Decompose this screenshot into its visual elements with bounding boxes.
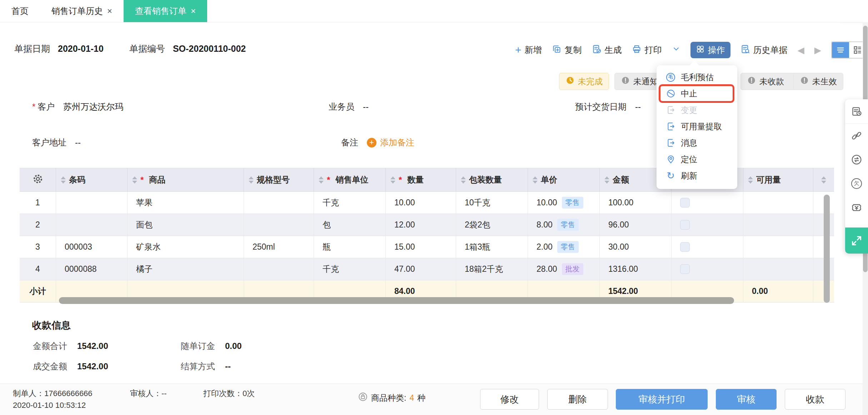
cell-checkbox xyxy=(672,214,743,236)
payment-deposit: 随单订金 0.00 xyxy=(181,340,242,352)
column-settings-header[interactable] xyxy=(20,168,56,191)
header-label: 可用量 xyxy=(756,174,781,185)
sort-icon[interactable] xyxy=(249,176,254,184)
generate-button[interactable]: 生成 xyxy=(592,44,622,56)
cell-row-number: 1 xyxy=(20,192,56,214)
header-product[interactable]: * 商品 xyxy=(128,168,244,191)
right-tool-panel: 欠 xyxy=(845,99,868,254)
menu-item-refresh[interactable]: ↻ 刷新 xyxy=(657,168,737,184)
row-checkbox[interactable] xyxy=(680,242,690,252)
header-partial-column[interactable] xyxy=(813,168,834,191)
link-icon[interactable] xyxy=(845,124,868,148)
gear-icon[interactable] xyxy=(33,174,43,186)
cell-barcode: 0000088 xyxy=(56,258,128,280)
customer-address-value[interactable]: -- xyxy=(75,138,81,148)
sort-icon[interactable] xyxy=(390,176,395,184)
sort-icon[interactable] xyxy=(132,176,137,184)
edit-button[interactable]: 修改 xyxy=(480,389,539,410)
sort-icon[interactable] xyxy=(461,176,466,184)
salesman-value[interactable]: -- xyxy=(363,102,369,112)
customer-address-label: 客户地址 xyxy=(32,137,66,148)
header-barcode[interactable]: 条码 xyxy=(56,168,128,191)
price-value: 8.00 xyxy=(537,220,553,230)
header-sales-unit[interactable]: * 销售单位 xyxy=(314,168,386,191)
payment-deal-value: 1542.00 xyxy=(77,361,108,371)
sort-icon[interactable] xyxy=(748,176,753,184)
menu-item-label: 变更 xyxy=(681,105,697,116)
doc-log-icon[interactable] xyxy=(845,99,868,124)
action-button[interactable]: 操作 xyxy=(690,42,730,58)
tab-history-label: 销售订单历史 xyxy=(51,5,103,17)
debt-icon[interactable]: 欠 xyxy=(845,171,868,195)
print-dropdown-chevron-icon[interactable] xyxy=(672,45,680,55)
menu-item-locate[interactable]: 定位 xyxy=(657,151,737,168)
price-type-tag[interactable]: 批发 xyxy=(562,263,583,275)
cell-spec: 250ml xyxy=(244,236,314,258)
table-vertical-scrollbar[interactable] xyxy=(824,195,830,303)
row-checkbox[interactable] xyxy=(680,264,690,274)
table-row[interactable]: 1 苹果 千克 10.00 10千克 10.00 零售 100.00 xyxy=(20,192,834,214)
menu-item-abort[interactable]: 中止 xyxy=(657,85,737,102)
header-quantity[interactable]: * 数量 xyxy=(386,168,456,191)
menu-item-change: 变更 xyxy=(657,102,737,118)
add-remark-label: 添加备注 xyxy=(380,137,414,148)
row-checkbox[interactable] xyxy=(680,220,690,230)
sort-icon[interactable] xyxy=(319,176,324,184)
price-type-tag[interactable]: 零售 xyxy=(557,219,579,231)
menu-item-available-extract[interactable]: 可用量提取 xyxy=(657,118,737,135)
sort-icon[interactable] xyxy=(533,176,538,184)
audit-and-print-button[interactable]: 审核并打印 xyxy=(616,389,708,410)
table-row[interactable]: 3 000003 矿泉水 250ml 瓶 15.00 1箱3瓶 2.00 零售 … xyxy=(20,236,834,258)
sort-icon[interactable] xyxy=(821,176,826,184)
cell-row-number: 2 xyxy=(20,214,56,236)
required-mark: * xyxy=(32,102,35,112)
prev-record-icon[interactable]: ◀ xyxy=(798,45,804,55)
coupon-icon[interactable] xyxy=(845,195,868,219)
status-badge-unfinished: 未完成 xyxy=(559,73,609,90)
menu-item-profit-estimate[interactable]: 毛 毛利预估 xyxy=(657,69,737,85)
tab-sales-order-history[interactable]: 销售订单历史 × xyxy=(40,0,124,22)
add-button[interactable]: + 新增 xyxy=(515,44,542,56)
horizontal-scrollbar[interactable] xyxy=(59,297,734,304)
profit-circle-icon: 毛 xyxy=(666,72,675,82)
expected-delivery-value[interactable]: -- xyxy=(635,102,641,112)
receive-payment-button[interactable]: 收款 xyxy=(785,389,845,410)
add-remark-button[interactable]: + 添加备注 xyxy=(367,137,414,148)
list-view-toggle-icon[interactable] xyxy=(832,42,849,58)
copy-button[interactable]: 复制 xyxy=(552,44,582,56)
close-icon[interactable]: × xyxy=(191,6,196,16)
view-toggle xyxy=(831,41,867,59)
expand-icon[interactable] xyxy=(845,228,868,254)
close-icon[interactable]: × xyxy=(107,6,112,16)
cell-product: 橘子 xyxy=(128,258,244,280)
header-pack-quantity[interactable]: 包装数量 xyxy=(456,168,528,191)
cell-available xyxy=(743,258,813,280)
header-label: 销售单位 xyxy=(335,174,368,185)
action-dropdown-menu: 毛 毛利预估 中止 变更 可用量提取 消息 定位 ↻ 刷新 xyxy=(657,65,737,189)
plus-icon: + xyxy=(515,45,522,55)
delete-button[interactable]: 删除 xyxy=(547,389,608,410)
tab-bar: 首页 销售订单历史 × 查看销售订单 × xyxy=(0,0,868,22)
audit-button[interactable]: 审核 xyxy=(716,389,777,410)
row-checkbox[interactable] xyxy=(680,198,690,208)
sort-icon[interactable] xyxy=(61,176,66,184)
print-button[interactable]: 打印 xyxy=(632,44,662,56)
table-row[interactable]: 4 0000088 橘子 千克 47.00 18箱2千克 28.00 批发 13… xyxy=(20,258,834,280)
menu-item-message[interactable]: 消息 xyxy=(657,135,737,151)
add-button-label: 新增 xyxy=(525,44,542,56)
header-unit-price[interactable]: 单价 xyxy=(528,168,600,191)
next-record-icon[interactable]: ▶ xyxy=(814,45,821,55)
price-type-tag[interactable]: 零售 xyxy=(562,197,583,209)
header-spec[interactable]: 规格型号 xyxy=(244,168,314,191)
sort-icon[interactable] xyxy=(604,176,609,184)
exchange-icon[interactable] xyxy=(845,148,868,171)
table-row[interactable]: 2 面包 包 12.00 2袋2包 8.00 零售 96.00 xyxy=(20,214,834,236)
salesman-label: 业务员 xyxy=(329,101,354,112)
customer-value[interactable]: 苏州万达沃尔玛 xyxy=(63,101,123,112)
creator-label: 制单人： xyxy=(13,389,44,398)
history-docs-button[interactable]: 历史单据 xyxy=(740,44,788,56)
header-available[interactable]: 可用量 xyxy=(743,168,813,191)
tab-view-sales-order[interactable]: 查看销售订单 × xyxy=(124,0,207,22)
price-type-tag[interactable]: 零售 xyxy=(557,241,579,253)
tab-home[interactable]: 首页 xyxy=(0,0,40,22)
